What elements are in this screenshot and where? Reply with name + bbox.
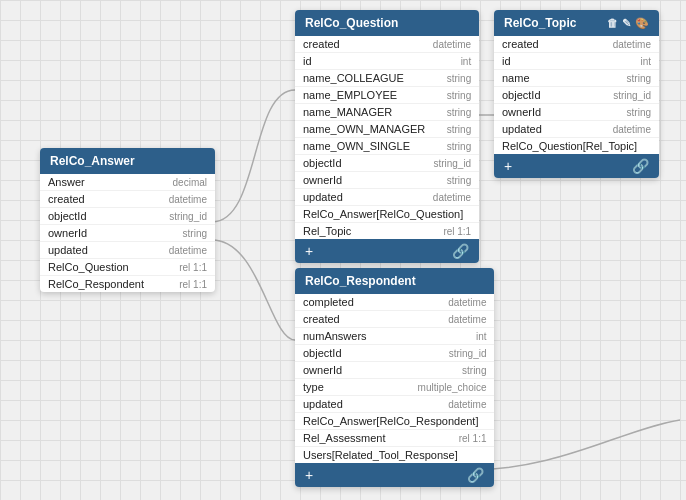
table-header-relco-topic: RelCo_Topic 🗑 ✎ 🎨 xyxy=(494,10,659,36)
table-title-relco-answer: RelCo_Answer xyxy=(50,154,205,168)
field-relco-question: RelCo_Question rel 1:1 xyxy=(40,259,215,276)
field-t-ownerid: ownerId string xyxy=(494,104,659,121)
field-t-name: name string xyxy=(494,70,659,87)
field-r-completed: completed datetime xyxy=(295,294,494,311)
table-title-relco-question: RelCo_Question xyxy=(305,16,469,30)
table-relco-topic: RelCo_Topic 🗑 ✎ 🎨 created datetime id in… xyxy=(494,10,659,178)
field-answer: Answer decimal xyxy=(40,174,215,191)
field-r-rel-assessment: Rel_Assessment rel 1:1 xyxy=(295,430,494,447)
table-header-icons: 🗑 ✎ 🎨 xyxy=(607,17,649,30)
field-q-name-own-single: name_OWN_SINGLE string xyxy=(295,138,479,155)
table-body-relco-answer: Answer decimal created datetime objectId… xyxy=(40,174,215,292)
field-q-name-own-manager: name_OWN_MANAGER string xyxy=(295,121,479,138)
table-header-relco-answer: RelCo_Answer xyxy=(40,148,215,174)
field-q-name-manager: name_MANAGER string xyxy=(295,104,479,121)
field-t-updated: updated datetime xyxy=(494,121,659,138)
table-relco-question: RelCo_Question created datetime id int n… xyxy=(295,10,479,263)
field-r-objectid: objectId string_id xyxy=(295,345,494,362)
table-relco-answer: RelCo_Answer Answer decimal created date… xyxy=(40,148,215,292)
table-body-relco-question: created datetime id int name_COLLEAGUE s… xyxy=(295,36,479,239)
table-footer-relco-topic: + 🔗 xyxy=(494,154,659,178)
table-body-relco-topic: created datetime id int name string obje… xyxy=(494,36,659,154)
field-q-name-colleague: name_COLLEAGUE string xyxy=(295,70,479,87)
field-t-id: id int xyxy=(494,53,659,70)
field-r-ownerid: ownerId string xyxy=(295,362,494,379)
field-r-type: type multiple_choice xyxy=(295,379,494,396)
field-ownerid: ownerId string xyxy=(40,225,215,242)
link-button-topic[interactable]: 🔗 xyxy=(632,158,649,174)
field-t-created: created datetime xyxy=(494,36,659,53)
link-button[interactable]: 🔗 xyxy=(452,243,469,259)
field-relco-respondent: RelCo_Respondent rel 1:1 xyxy=(40,276,215,292)
table-title-relco-topic: RelCo_Topic xyxy=(504,16,607,30)
link-button-respondent[interactable]: 🔗 xyxy=(467,467,484,483)
field-q-updated: updated datetime xyxy=(295,189,479,206)
delete-icon[interactable]: 🗑 xyxy=(607,17,618,29)
field-q-rel-topic: Rel_Topic rel 1:1 xyxy=(295,223,479,239)
field-t-objectid: objectId string_id xyxy=(494,87,659,104)
table-header-relco-question: RelCo_Question xyxy=(295,10,479,36)
table-header-relco-respondent: RelCo_Respondent xyxy=(295,268,494,294)
field-q-id: id int xyxy=(295,53,479,70)
field-t-relco-question: RelCo_Question[Rel_Topic] xyxy=(494,138,659,154)
table-relco-respondent: RelCo_Respondent completed datetime crea… xyxy=(295,268,494,487)
field-q-objectid: objectId string_id xyxy=(295,155,479,172)
field-q-relco-answer: RelCo_Answer[RelCo_Question] xyxy=(295,206,479,223)
add-field-button[interactable]: + xyxy=(305,243,313,259)
add-field-button-respondent[interactable]: + xyxy=(305,467,313,483)
field-r-numanswers: numAnswers int xyxy=(295,328,494,345)
field-r-updated: updated datetime xyxy=(295,396,494,413)
edit-icon[interactable]: ✎ xyxy=(622,17,631,30)
add-field-button-topic[interactable]: + xyxy=(504,158,512,174)
field-q-created: created datetime xyxy=(295,36,479,53)
palette-icon[interactable]: 🎨 xyxy=(635,17,649,30)
table-title-relco-respondent: RelCo_Respondent xyxy=(305,274,484,288)
field-q-ownerid: ownerId string xyxy=(295,172,479,189)
table-footer-relco-respondent: + 🔗 xyxy=(295,463,494,487)
table-footer-relco-question: + 🔗 xyxy=(295,239,479,263)
field-r-relco-answer: RelCo_Answer[RelCo_Respondent] xyxy=(295,413,494,430)
table-body-relco-respondent: completed datetime created datetime numA… xyxy=(295,294,494,463)
field-created: created datetime xyxy=(40,191,215,208)
field-objectid: objectId string_id xyxy=(40,208,215,225)
field-r-created: created datetime xyxy=(295,311,494,328)
field-updated: updated datetime xyxy=(40,242,215,259)
field-r-users: Users[Related_Tool_Response] xyxy=(295,447,494,463)
field-q-name-employee: name_EMPLOYEE string xyxy=(295,87,479,104)
